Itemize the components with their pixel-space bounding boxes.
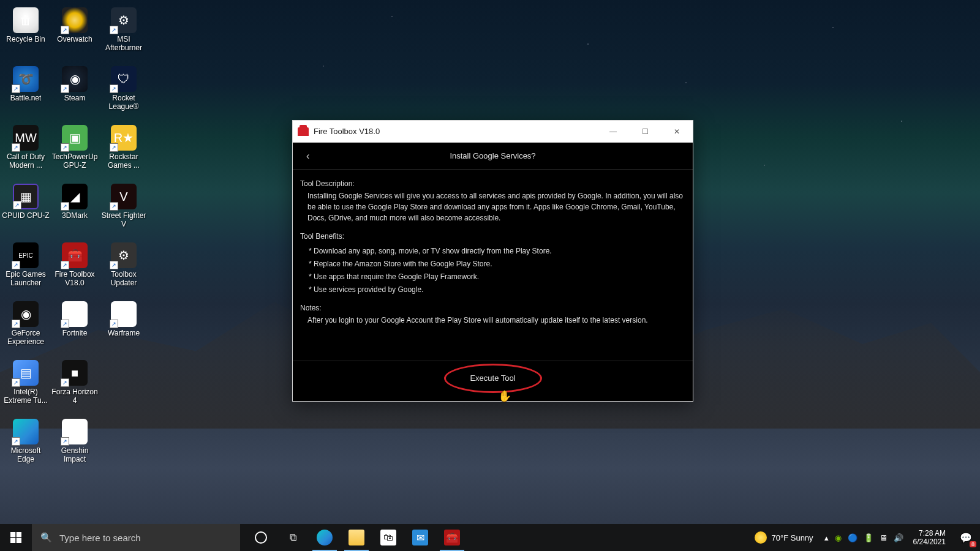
titlebar[interactable]: Fire Toolbox V18.0 — ☐ ✕ (293, 121, 693, 143)
desktop-icon-genshin[interactable]: ☺↗Genshin Impact (50, 416, 99, 475)
shortcut-overlay-icon: ↗ (61, 143, 69, 152)
gfe-icon: ◉↗ (13, 301, 39, 327)
mail-icon: ✉ (412, 530, 428, 545)
windows-icon (10, 532, 21, 543)
system-tray: ▴ ◉ 🔵 🔋 🖥 🔊 (821, 533, 907, 542)
fire-toolbox-app-icon (298, 127, 309, 136)
cod-icon: MW↗ (13, 125, 39, 151)
fh4-icon: ■↗ (62, 360, 88, 386)
shortcut-overlay-icon: ↗ (61, 202, 69, 211)
desktop-icon-label: Microsoft Edge (2, 447, 50, 464)
desktop-icon-overwatch[interactable]: ↗Overwatch (50, 5, 99, 64)
clock[interactable]: 7:28 AM 6/24/2021 (907, 529, 952, 547)
desktop-icon-recycle[interactable]: 🗑Recycle Bin (1, 5, 50, 64)
edge-icon (317, 530, 333, 545)
shortcut-overlay-icon: ↗ (110, 320, 118, 328)
tray-network-icon[interactable]: 🖥 (880, 533, 888, 542)
taskbar-apps: ⧉ 🛍 ✉ 🧰 (245, 524, 468, 551)
microsoft-store-button[interactable]: 🛍 (372, 524, 404, 551)
execute-tool-button[interactable]: Execute Tool (459, 370, 526, 386)
minimize-button[interactable]: — (597, 121, 629, 142)
action-center-button[interactable]: 💬 8 (952, 524, 980, 551)
cortana-icon (255, 531, 267, 544)
rocket-icon: 🛡↗ (111, 66, 137, 92)
desktop-icon-label: GeForce Experience (2, 329, 50, 347)
desktop-icon-rockstar[interactable]: R★↗Rockstar Games ... (99, 122, 148, 181)
desktop-icon-fortnite[interactable]: F↗Fortnite (50, 299, 99, 358)
tool-description-label: Tool Description: (300, 178, 685, 189)
desktop-icon-rocket[interactable]: 🛡↗Rocket League® (99, 64, 148, 122)
msi-icon: ⚙↗ (111, 7, 137, 33)
desktop-icon-msi[interactable]: ⚙↗MSI Afterburner (99, 5, 148, 64)
shortcut-overlay-icon: ↗ (61, 320, 69, 328)
weather-text: 70°F Sunny (772, 533, 813, 542)
desktop-icon-ixtu[interactable]: ▤↗Intel(R) Extreme Tu... (1, 358, 50, 416)
search-placeholder: Type here to search (59, 533, 141, 543)
desktop-icon-label: Steam (64, 94, 86, 103)
svg-rect-2 (10, 538, 15, 543)
shortcut-overlay-icon: ↗ (110, 143, 118, 152)
close-button[interactable]: ✕ (661, 121, 693, 142)
search-box[interactable]: 🔍 Type here to search (32, 524, 240, 551)
start-button[interactable] (0, 524, 32, 551)
header-bar: ‹ Install Google Services? (293, 143, 693, 170)
shortcut-overlay-icon: ↗ (12, 320, 20, 328)
edge-taskbar-button[interactable] (309, 524, 341, 551)
shortcut-overlay-icon: ↗ (12, 378, 20, 387)
benefit-item: * Use services provided by Google. (309, 284, 685, 295)
desktop-icon-cod[interactable]: MW↗Call of Duty Modern ... (1, 122, 50, 181)
task-view-icon: ⧉ (285, 530, 301, 545)
desktop-icon-gpuz[interactable]: ▣↗TechPowerUp GPU-Z (50, 122, 99, 181)
tray-bluetooth-icon[interactable]: 🔵 (848, 533, 858, 542)
svg-rect-1 (17, 532, 21, 537)
tool-benefits-list: * Download any app, song, movie, or TV s… (300, 246, 685, 295)
desktop-icon-edge[interactable]: ↗Microsoft Edge (1, 416, 50, 475)
tray-hidden-icons[interactable]: ▴ (824, 533, 829, 542)
steam-icon: ◉↗ (62, 66, 88, 92)
desktop-icon-steam[interactable]: ◉↗Steam (50, 64, 99, 122)
window-controls: — ☐ ✕ (597, 121, 693, 142)
tray-nvidia-icon[interactable]: ◉ (835, 533, 842, 542)
desktop-icon-warframe[interactable]: ✦↗Warframe (99, 299, 148, 358)
gpuz-icon: ▣↗ (62, 125, 88, 151)
fortnite-icon: F↗ (62, 301, 88, 327)
cpuz-icon: ▦↗ (13, 184, 39, 209)
weather-widget[interactable]: 70°F Sunny (755, 531, 813, 544)
desktop-icon-firetb[interactable]: 🧰↗Fire Toolbox V18.0 (50, 240, 99, 299)
file-explorer-button[interactable] (341, 524, 372, 551)
desktop-icon-3dmark[interactable]: ◢↗3DMark (50, 181, 99, 240)
desktop-icon-label: Fortnite (62, 329, 88, 338)
tool-benefits-label: Tool Benefits: (300, 231, 685, 242)
page-title: Install Google Services? (293, 151, 693, 160)
desktop-icon-label: Intel(R) Extreme Tu... (2, 388, 50, 405)
folder-icon (349, 530, 364, 545)
desktop-icon-battlenet[interactable]: ➰↗Battle.net (1, 64, 50, 122)
task-view-button[interactable]: ⧉ (277, 524, 309, 551)
benefit-item: * Download any app, song, movie, or TV s… (309, 246, 685, 257)
desktop-icon-epic[interactable]: EPIC↗Epic Games Launcher (1, 240, 50, 299)
sfv-icon: V↗ (111, 184, 137, 209)
desktop-icon-sfv[interactable]: V↗Street Fighter V (99, 181, 148, 240)
shortcut-overlay-icon: ↗ (110, 26, 118, 34)
battlenet-icon: ➰↗ (13, 66, 39, 92)
epic-icon: EPIC↗ (13, 242, 39, 268)
tray-volume-icon[interactable]: 🔊 (894, 533, 903, 542)
shortcut-overlay-icon: ↗ (110, 84, 118, 93)
shortcut-overlay-icon: ↗ (61, 26, 69, 34)
desktop-icon-fh4[interactable]: ■↗Forza Horizon 4 (50, 358, 99, 416)
desktop-icon-label: Genshin Impact (51, 447, 99, 464)
desktop-icon-tbu[interactable]: ⚙↗Toolbox Updater (99, 240, 148, 299)
desktop-icon-cpuz[interactable]: ▦↗CPUID CPU-Z (1, 181, 50, 240)
notes-text: After you login to your Google Account t… (300, 315, 685, 326)
desktop-icon-gfe[interactable]: ◉↗GeForce Experience (1, 299, 50, 358)
benefit-item: * Replace the Amazon Store with the Goog… (309, 258, 685, 269)
mail-button[interactable]: ✉ (404, 524, 436, 551)
cortana-button[interactable] (245, 524, 277, 551)
maximize-button[interactable]: ☐ (629, 121, 661, 142)
fire-toolbox-window: Fire Toolbox V18.0 — ☐ ✕ ‹ Install Googl… (292, 120, 693, 402)
shortcut-overlay-icon: ↗ (13, 201, 21, 209)
overwatch-icon: ↗ (62, 7, 88, 33)
back-button[interactable]: ‹ (301, 148, 314, 164)
fire-toolbox-taskbar-button[interactable]: 🧰 (436, 524, 468, 551)
tray-battery-icon[interactable]: 🔋 (864, 533, 873, 542)
